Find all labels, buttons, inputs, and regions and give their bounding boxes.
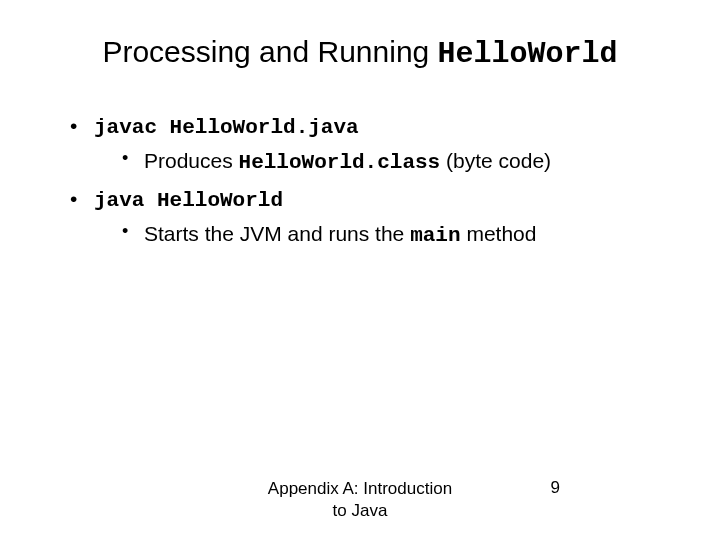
bullet-list: javac HelloWorld.java Produces HelloWorl… <box>50 111 670 251</box>
command-text: java HelloWorld <box>94 189 283 212</box>
page-number: 9 <box>551 478 560 498</box>
sub-text-pre: Starts the JVM and runs the <box>144 222 410 245</box>
list-item: Starts the JVM and runs the main method <box>122 219 670 250</box>
sub-text-post: method <box>461 222 537 245</box>
slide-container: Processing and Running HelloWorld javac … <box>0 0 720 540</box>
sub-list: Starts the JVM and runs the main method <box>94 219 670 250</box>
title-prefix: Processing and Running <box>102 35 437 68</box>
sub-text-mono: main <box>410 224 460 247</box>
sub-text-pre: Produces <box>144 149 239 172</box>
title-mono: HelloWorld <box>438 37 618 71</box>
sub-text-post: (byte code) <box>440 149 551 172</box>
list-item: javac HelloWorld.java Produces HelloWorl… <box>70 111 670 178</box>
command-text: javac HelloWorld.java <box>94 116 359 139</box>
sub-list: Produces HelloWorld.class (byte code) <box>94 146 670 177</box>
sub-text-mono: HelloWorld.class <box>239 151 441 174</box>
list-item: java HelloWorld Starts the JVM and runs … <box>70 184 670 251</box>
footer-text: Appendix A: Introduction to Java <box>265 478 455 522</box>
slide-footer: Appendix A: Introduction to Java 9 <box>0 478 720 522</box>
list-item: Produces HelloWorld.class (byte code) <box>122 146 670 177</box>
slide-title: Processing and Running HelloWorld <box>50 35 670 71</box>
